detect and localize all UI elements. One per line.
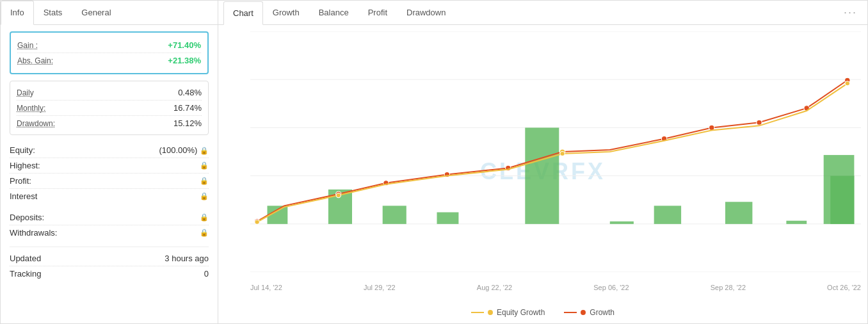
withdrawals-row: Withdrawals: 🔒 bbox=[10, 225, 209, 240]
chart-area: CLEVRFX 80% 60% 40% 20% 0% bbox=[218, 25, 867, 323]
drawdown-row: Drawdown: 15.12% bbox=[17, 116, 202, 131]
deposits-lock: 🔒 bbox=[200, 213, 209, 222]
x-label-4: Sep 28, '22 bbox=[711, 284, 746, 291]
left-tabs: Info Stats General bbox=[1, 1, 218, 25]
chart-svg: 80% 60% 40% 20% 0% bbox=[250, 31, 861, 272]
svg-rect-16 bbox=[610, 222, 634, 224]
tracking-value: 0 bbox=[204, 269, 209, 279]
chart-legend: Equity Growth Growth bbox=[218, 308, 867, 317]
monthly-row: Monthly: 16.74% bbox=[17, 101, 202, 116]
left-panel: Info Stats General Gain : +71.40% Abs. G… bbox=[1, 1, 218, 323]
legend-growth-label: Growth bbox=[590, 308, 615, 317]
highest-lock: 🔒 bbox=[200, 161, 209, 170]
drawdown-value: 15.12% bbox=[173, 118, 202, 128]
svg-rect-13 bbox=[383, 206, 406, 223]
tracking-row: Tracking 0 bbox=[10, 266, 209, 281]
profit-label: Profit: bbox=[10, 176, 31, 186]
right-panel: Chart Growth Balance Profit Drawdown ···… bbox=[218, 1, 867, 323]
x-label-5: Oct 26, '22 bbox=[827, 284, 861, 291]
monthly-value: 16.74% bbox=[173, 103, 202, 113]
monthly-label: Monthly: bbox=[17, 104, 45, 113]
svg-rect-18 bbox=[725, 202, 752, 224]
daily-label: Daily bbox=[17, 88, 34, 97]
svg-point-30 bbox=[757, 120, 762, 125]
svg-rect-17 bbox=[654, 206, 681, 223]
equity-row: Equity: (100.00%) 🔒 bbox=[10, 143, 209, 158]
deposits-row: Deposits: 🔒 bbox=[10, 210, 209, 225]
gain-row: Gain : +71.40% bbox=[17, 38, 201, 53]
svg-rect-15 bbox=[525, 127, 559, 223]
svg-rect-19 bbox=[786, 221, 807, 224]
gain-value: +71.40% bbox=[168, 40, 201, 50]
abs-gain-row: Abs. Gain: +21.38% bbox=[17, 53, 201, 68]
equity-value: (100.00%) 🔒 bbox=[159, 145, 209, 155]
profit-lock: 🔒 bbox=[200, 177, 209, 185]
daily-row: Daily 0.48% bbox=[17, 85, 202, 101]
profit-row: Profit: 🔒 bbox=[10, 174, 209, 189]
updated-row: Updated 3 hours ago bbox=[10, 251, 209, 266]
x-axis: Jul 14, '22 Jul 29, '22 Aug 22, '22 Sep … bbox=[250, 284, 861, 291]
chart-tab-drawdown[interactable]: Drawdown bbox=[397, 1, 455, 24]
equity-label: Equity: bbox=[10, 145, 35, 155]
withdrawals-lock: 🔒 bbox=[200, 229, 209, 237]
highest-row: Highest: 🔒 bbox=[10, 158, 209, 174]
interest-label: Interest bbox=[10, 191, 37, 201]
info-content: Gain : +71.40% Abs. Gain: +21.38% Daily … bbox=[1, 25, 218, 323]
x-label-0: Jul 14, '22 bbox=[250, 284, 282, 291]
tracking-label: Tracking bbox=[10, 269, 41, 279]
highlight-box: Gain : +71.40% Abs. Gain: +21.38% bbox=[10, 31, 209, 74]
tab-general[interactable]: General bbox=[72, 1, 120, 24]
x-label-3: Sep 06, '22 bbox=[593, 284, 629, 291]
deposits-label: Deposits: bbox=[10, 213, 44, 222]
legend-growth: Growth bbox=[564, 308, 615, 317]
updated-label: Updated bbox=[10, 254, 41, 263]
tab-stats[interactable]: Stats bbox=[34, 1, 72, 24]
svg-rect-21 bbox=[830, 176, 854, 224]
withdrawals-label: Withdrawals: bbox=[10, 228, 57, 238]
interest-lock: 🔒 bbox=[200, 192, 209, 200]
svg-point-33 bbox=[255, 220, 259, 224]
x-label-1: Jul 29, '22 bbox=[364, 284, 396, 291]
x-label-2: Aug 22, '22 bbox=[477, 284, 512, 291]
abs-gain-label: Abs. Gain: bbox=[17, 56, 53, 65]
legend-equity: Equity Growth bbox=[471, 308, 545, 317]
tab-info[interactable]: Info bbox=[1, 1, 34, 25]
chart-tabs: Chart Growth Balance Profit Drawdown ··· bbox=[218, 1, 867, 25]
svg-point-36 bbox=[845, 81, 849, 86]
gain-label: Gain : bbox=[17, 41, 38, 50]
svg-rect-14 bbox=[437, 213, 459, 224]
chart-tab-balance[interactable]: Balance bbox=[309, 1, 358, 24]
svg-point-35 bbox=[560, 151, 565, 156]
interest-row: Interest 🔒 bbox=[10, 189, 209, 204]
more-options-button[interactable]: ··· bbox=[839, 1, 862, 24]
drawdown-label: Drawdown: bbox=[17, 119, 55, 128]
abs-gain-value: +21.38% bbox=[168, 56, 201, 65]
svg-point-34 bbox=[336, 193, 341, 198]
daily-value: 0.48% bbox=[178, 88, 202, 97]
highest-label: Highest: bbox=[10, 161, 40, 170]
updated-value: 3 hours ago bbox=[165, 254, 209, 263]
chart-tab-growth[interactable]: Growth bbox=[263, 1, 309, 24]
chart-tab-chart[interactable]: Chart bbox=[223, 1, 263, 25]
chart-tab-profit[interactable]: Profit bbox=[358, 1, 397, 24]
legend-equity-label: Equity Growth bbox=[497, 308, 545, 317]
